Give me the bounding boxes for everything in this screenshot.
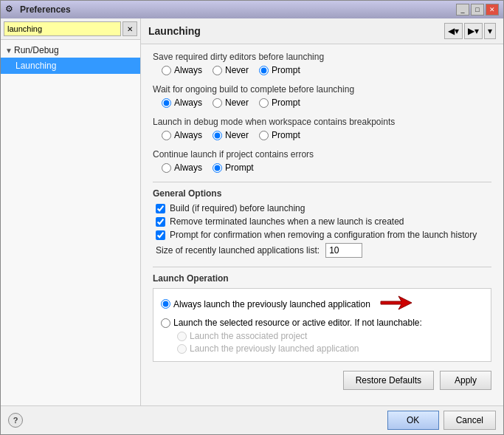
nav-buttons: ◀ ▾ ▶ ▾ ▾ (444, 23, 496, 39)
left-panel: ✕ ▼ Run/Debug Launching (1, 18, 141, 405)
dirty-never-option[interactable]: Never (213, 65, 249, 75)
debug-never-option[interactable]: Never (213, 130, 249, 140)
size-row: Size of recently launched applications l… (153, 243, 491, 258)
errors-always-radio[interactable] (162, 163, 171, 173)
forward-icon: ▶ (468, 26, 474, 36)
sub-options: Launch the associated project Launch the… (161, 331, 483, 354)
launch-assoc-row: Launch the associated project (177, 331, 483, 341)
launch-assoc-label: Launch the associated project (190, 331, 307, 341)
tree-item-run-debug[interactable]: ▼ Run/Debug (1, 43, 140, 58)
maximize-button[interactable]: □ (471, 4, 484, 16)
preferences-window: ⚙ Preferences _ □ ✕ ✕ ▼ Run/Debug Launch… (0, 0, 504, 435)
search-input[interactable] (4, 21, 121, 36)
dirty-prompt-option[interactable]: Prompt (259, 65, 300, 75)
build-prompt-option[interactable]: Prompt (259, 97, 300, 108)
divider-1 (153, 182, 491, 182)
build-always-option[interactable]: Always (162, 97, 202, 108)
dirty-never-radio[interactable] (213, 66, 222, 75)
launch-prev-label: Launch the previously launched applicati… (190, 343, 359, 354)
always-launch-option[interactable]: Always launch the previously launched ap… (161, 295, 412, 313)
tree-label-run-debug: Run/Debug (14, 45, 59, 55)
errors-always-option[interactable]: Always (162, 162, 202, 173)
debug-always-radio[interactable] (162, 131, 171, 140)
prompt-confirm-label[interactable]: Prompt for confirmation when removing a … (170, 230, 477, 240)
debug-never-radio[interactable] (213, 131, 222, 140)
build-always-radio[interactable] (162, 98, 171, 108)
always-launch-radio[interactable] (161, 299, 170, 309)
dirty-editors-label: Save required dirty editors before launc… (153, 52, 491, 62)
tree-item-launching[interactable]: Launching (1, 58, 140, 74)
errors-label: Continue launch if project contains erro… (153, 149, 491, 160)
launch-op-box: Always launch the previously launched ap… (153, 288, 491, 362)
apply-button[interactable]: Apply (440, 371, 491, 390)
right-body: Save required dirty editors before launc… (141, 44, 503, 405)
forward-button[interactable]: ▶ ▾ (464, 23, 483, 39)
close-button[interactable]: ✕ (486, 4, 499, 16)
debug-always-option[interactable]: Always (162, 130, 202, 140)
ok-button[interactable]: OK (387, 411, 439, 430)
errors-section: Continue launch if project contains erro… (153, 149, 491, 173)
build-required-row: Build (if required) before launching (153, 203, 491, 213)
size-input[interactable] (325, 243, 362, 258)
help-button[interactable]: ? (8, 413, 23, 428)
launch-selected-label: Launch the selected resource or active e… (173, 318, 422, 328)
title-bar: ⚙ Preferences _ □ ✕ (1, 1, 503, 18)
launch-selected-row: Launch the selected resource or active e… (161, 318, 483, 328)
dirty-always-radio[interactable] (162, 66, 171, 75)
arrow-annotation (378, 295, 412, 313)
right-header: Launching ◀ ▾ ▶ ▾ ▾ (141, 18, 503, 44)
always-launch-label: Always launch the previously launched ap… (173, 299, 370, 309)
build-required-checkbox[interactable] (156, 204, 165, 213)
debug-mode-options: Always Never Prompt (153, 130, 491, 140)
window-icon: ⚙ (5, 4, 17, 16)
launch-operation-title: Launch Operation (153, 273, 491, 284)
search-bar: ✕ (1, 18, 140, 40)
remove-terminated-row: Remove terminated launches when a new la… (153, 216, 491, 227)
menu-button[interactable]: ▾ (484, 23, 496, 39)
tree-label-launching: Launching (15, 61, 56, 71)
panel-title: Launching (148, 25, 444, 37)
dirty-editors-section: Save required dirty editors before launc… (153, 52, 491, 75)
launch-assoc-radio (177, 332, 187, 341)
debug-prompt-radio[interactable] (259, 131, 269, 140)
bottom-bar: ? OK Cancel (1, 405, 503, 434)
remove-terminated-checkbox[interactable] (156, 217, 165, 227)
remove-terminated-label[interactable]: Remove terminated launches when a new la… (170, 216, 404, 227)
back-dropdown-icon: ▾ (455, 26, 459, 36)
build-required-label[interactable]: Build (if required) before launching (170, 203, 305, 213)
ongoing-build-options: Always Never Prompt (153, 97, 491, 108)
launch-selected-option[interactable]: Launch the selected resource or active e… (161, 318, 422, 328)
menu-icon: ▾ (488, 26, 492, 36)
cancel-button[interactable]: Cancel (443, 411, 496, 430)
launch-selected-radio[interactable] (161, 318, 170, 328)
debug-prompt-option[interactable]: Prompt (259, 130, 300, 140)
prompt-confirm-row: Prompt for confirmation when removing a … (153, 230, 491, 240)
always-launch-row: Always launch the previously launched ap… (161, 295, 483, 313)
ongoing-build-label: Wait for ongoing build to complete befor… (153, 84, 491, 95)
restore-defaults-button[interactable]: Restore Defaults (343, 371, 434, 390)
back-button[interactable]: ◀ ▾ (444, 23, 463, 39)
forward-dropdown-icon: ▾ (474, 26, 479, 36)
build-prompt-radio[interactable] (259, 98, 269, 108)
size-label: Size of recently launched applications l… (156, 245, 320, 256)
build-never-option[interactable]: Never (213, 97, 249, 108)
build-never-radio[interactable] (213, 98, 222, 108)
dirty-prompt-radio[interactable] (259, 66, 269, 75)
launch-prev-option: Launch the previously launched applicati… (177, 343, 359, 354)
tree-area: ▼ Run/Debug Launching (1, 40, 140, 405)
window-controls: _ □ ✕ (456, 4, 499, 16)
window-title: Preferences (20, 4, 456, 15)
debug-mode-label: Launch in debug mode when workspace cont… (153, 117, 491, 127)
launch-prev-row: Launch the previously launched applicati… (177, 343, 483, 354)
svg-marker-0 (381, 296, 412, 309)
prompt-confirm-checkbox[interactable] (156, 230, 165, 240)
right-panel: Launching ◀ ▾ ▶ ▾ ▾ (141, 18, 503, 405)
errors-prompt-radio[interactable] (213, 163, 222, 173)
minimize-button[interactable]: _ (456, 4, 469, 16)
back-icon: ◀ (448, 26, 455, 36)
errors-options: Always Prompt (153, 162, 491, 173)
launch-assoc-option: Launch the associated project (177, 331, 307, 341)
errors-prompt-option[interactable]: Prompt (213, 162, 254, 173)
search-clear-button[interactable]: ✕ (122, 21, 137, 36)
dirty-always-option[interactable]: Always (162, 65, 202, 75)
